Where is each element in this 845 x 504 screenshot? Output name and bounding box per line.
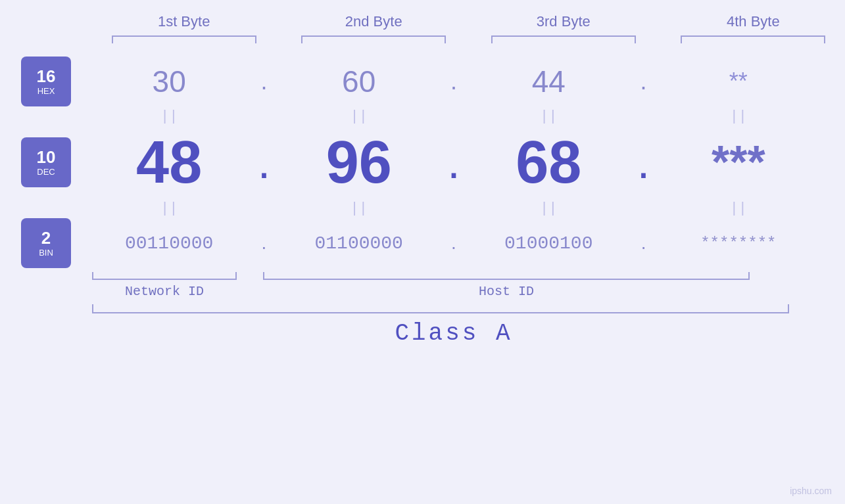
bracket-4: [681, 35, 825, 43]
bin-val-2: 01100000: [287, 233, 431, 254]
sep-row-1: || || || ||: [92, 106, 815, 126]
hex-val-4: **: [666, 68, 811, 95]
badge-column: 16 HEX 10 DEC 2 BIN: [0, 57, 92, 299]
bottom-brackets: [92, 272, 815, 280]
host-id-label: Host ID: [263, 284, 750, 299]
id-label-row: Network ID Host ID: [92, 284, 815, 299]
hex-val-3: 44: [476, 64, 621, 99]
bin-dot-1: .: [251, 233, 277, 254]
sep-2-2: ||: [287, 200, 431, 217]
bin-val-1: 00110000: [97, 233, 241, 254]
bin-badge-num: 2: [41, 229, 51, 248]
sep-1-1: ||: [97, 108, 241, 125]
hex-row: 30 . 60 . 44 . **: [92, 57, 815, 106]
rows-wrapper: 16 HEX 10 DEC 2 BIN: [0, 57, 845, 299]
hex-badge: 16 HEX: [21, 57, 71, 106]
network-id-label: Network ID: [92, 284, 237, 299]
sep-row-2: || || || ||: [92, 198, 815, 218]
byte-header-1: 1st Byte: [112, 13, 256, 30]
sep-2-1: ||: [97, 200, 241, 217]
dec-badge-num: 10: [37, 148, 56, 167]
hex-badge-wrapper: 16 HEX: [0, 57, 92, 106]
dec-val-3: 68: [476, 129, 621, 196]
bin-row: 00110000 . 01100000 . 01000100 .: [92, 218, 815, 268]
dec-dot-1: .: [251, 136, 277, 189]
bracket-1: [112, 35, 256, 43]
data-columns: 30 . 60 . 44 . **: [92, 57, 815, 299]
bracket-3: [491, 35, 636, 43]
byte-header-2: 2nd Byte: [301, 13, 446, 30]
hex-dot-2: .: [441, 68, 467, 95]
watermark: ipshu.com: [790, 486, 832, 496]
main-container: 1st Byte 2nd Byte 3rd Byte 4th Byte 16 H…: [0, 0, 845, 504]
hex-dot-3: .: [631, 68, 657, 95]
hex-badge-label: HEX: [37, 86, 55, 96]
hex-val-2: 60: [287, 64, 431, 99]
host-bracket: [263, 272, 750, 280]
bin-dot-2: .: [441, 233, 467, 254]
bin-badge-wrapper: 2 BIN: [0, 218, 92, 268]
sep-1-2: ||: [287, 108, 431, 125]
dec-badge-label: DEC: [37, 167, 55, 177]
sep-spacer-2: [0, 198, 92, 218]
sep-1-4: ||: [666, 108, 811, 125]
sep-2-4: ||: [666, 200, 811, 217]
byte-header-3: 3rd Byte: [491, 13, 636, 30]
class-label: Class A: [92, 320, 815, 347]
bin-val-3: 01000100: [476, 233, 621, 254]
dec-dot-3: .: [631, 136, 657, 189]
byte-headers: 1st Byte 2nd Byte 3rd Byte 4th Byte: [107, 13, 831, 30]
bin-dot-3: .: [631, 233, 657, 254]
bin-badge-label: BIN: [39, 248, 53, 258]
dec-val-2: 96: [287, 129, 431, 196]
dec-val-1: 48: [97, 129, 241, 196]
sep-spacer-1: [0, 106, 92, 126]
bin-val-4: ********: [666, 235, 811, 252]
bin-badge: 2 BIN: [21, 218, 71, 268]
dec-val-4: ***: [666, 136, 811, 189]
bracket-2: [301, 35, 446, 43]
hex-val-1: 30: [97, 64, 241, 99]
net-bracket: [92, 272, 237, 280]
hex-dot-1: .: [251, 68, 277, 95]
dec-dot-2: .: [441, 136, 467, 189]
dec-row: 48 . 96 . 68 . ***: [92, 126, 815, 198]
byte-header-4: 4th Byte: [681, 13, 825, 30]
dec-badge: 10 DEC: [21, 137, 71, 187]
sep-2-3: ||: [476, 200, 621, 217]
hex-badge-num: 16: [37, 67, 56, 86]
dec-badge-wrapper: 10 DEC: [0, 126, 92, 198]
class-bracket: [92, 304, 789, 313]
sep-1-3: ||: [476, 108, 621, 125]
top-brackets: [107, 35, 831, 43]
